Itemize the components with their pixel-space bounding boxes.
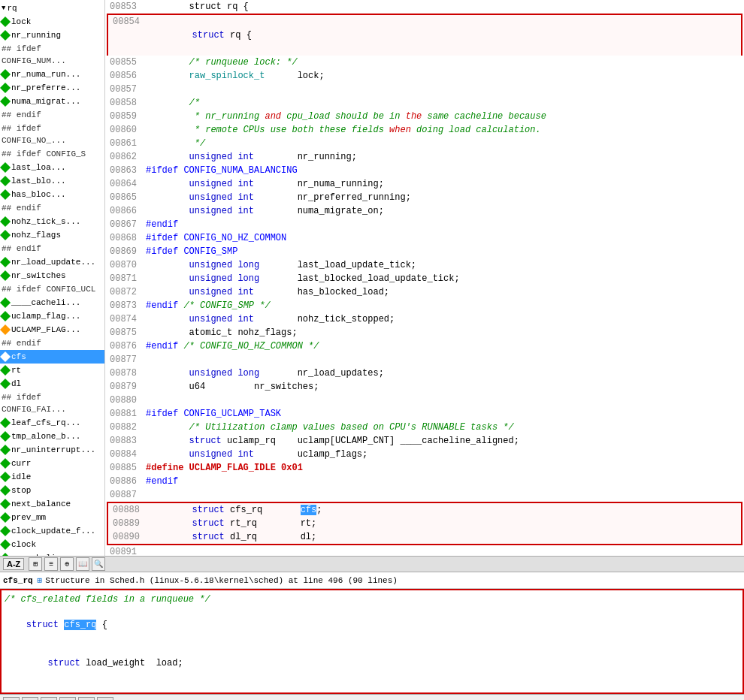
field-icon	[0, 418, 11, 428]
field-icon	[0, 83, 11, 93]
sidebar-item-rt[interactable]: rt	[0, 364, 104, 377]
sidebar[interactable]: ▼ rq lock nr_running ## ifdef CONFIG_NUM…	[0, 0, 105, 556]
toolbar-btn-refresh[interactable]: ↺	[41, 697, 57, 701]
sidebar-item-label: curr	[11, 457, 31, 469]
code-line-873: 00873 #endif /* CONFIG_SMP */	[105, 299, 744, 312]
sidebar-item-cacheli[interactable]: ____cacheli...	[0, 296, 104, 309]
field-icon	[0, 458, 11, 469]
sidebar-item-last-blo[interactable]: last_blo...	[0, 174, 104, 188]
code-line-857: 00857	[105, 83, 744, 96]
code-line-885: 00885 #define UCLAMP_FLAG_IDLE 0x01	[105, 461, 744, 475]
code-line-865: 00865 unsigned int nr_preferred_running;	[105, 191, 744, 204]
code-line-872: 00872 unsigned int has_blocked_load;	[105, 285, 744, 299]
toolbar-btn-settings[interactable]: ◫	[97, 697, 113, 701]
sidebar-item-clock[interactable]: clock	[0, 538, 104, 551]
sidebar-item-nohz-tick[interactable]: nohz_tick_s...	[0, 215, 104, 228]
field-icon	[0, 270, 11, 281]
sidebar-group-endif1: ## endif	[0, 108, 104, 122]
sidebar-item-curr[interactable]: curr	[0, 457, 104, 470]
sidebar-item-prev-mm[interactable]: prev_mm	[0, 511, 104, 524]
sidebar-item-cacheline[interactable]: __cacheline_	[0, 551, 104, 556]
toolbar-btn-list[interactable]: ≡	[22, 697, 38, 701]
icon-btn-5[interactable]: 🔍	[92, 557, 105, 571]
sidebar-item-label: uclamp_flag...	[11, 310, 80, 322]
icon-btn-4[interactable]: 📖	[76, 557, 89, 571]
field-icon	[0, 324, 11, 335]
code-line-859: 00859 * nr_running and cpu_load should b…	[105, 110, 744, 123]
sidebar-item-label: nr_uninterrupt...	[11, 444, 95, 456]
sidebar-item-label: nr_load_update...	[11, 256, 95, 268]
sidebar-group-ifdef-config-fai: ## ifdef CONFIG_FAI...	[0, 391, 104, 416]
code-line-863: 00863 #ifdef CONFIG_NUMA_BALANCING	[105, 164, 744, 177]
code-line-856: 00856 raw_spinlock_t lock;	[105, 69, 744, 83]
code-line-882: 00882 /* Utilization clamp values based …	[105, 421, 744, 434]
main-container: ▼ rq lock nr_running ## ifdef CONFIG_NUM…	[0, 0, 744, 556]
field-icon	[0, 30, 11, 41]
field-icon	[0, 216, 11, 227]
code-line-884: 00884 unsigned int uclamp_flags;	[105, 448, 744, 461]
icon-btn-1[interactable]: ⊞	[29, 557, 42, 571]
field-icon	[0, 485, 11, 496]
icon-btn-3[interactable]: ⊕	[60, 557, 74, 571]
code-line-879: 00879 u64 nr_switches;	[105, 380, 744, 394]
toolbar-btn-find[interactable]: ⊕	[78, 697, 95, 701]
sidebar-item-label: clock	[11, 539, 36, 551]
toolbar-btn-az[interactable]: Aφ	[59, 697, 76, 701]
field-icon	[0, 553, 11, 556]
sidebar-item-label: leaf_cfs_rq...	[11, 417, 80, 429]
code-line-876: 00876 #endif /* CONFIG_NO_HZ_COMMON */	[105, 339, 744, 353]
sidebar-item-nohz-flags[interactable]: nohz_flags	[0, 228, 104, 242]
preview-line-runnable: unsigned long runnable_weight;	[5, 683, 739, 694]
sidebar-item-nr-uninterrupt[interactable]: nr_uninterrupt...	[0, 443, 104, 457]
code-line-867: 00867 #endif	[105, 218, 744, 231]
code-line-886: 00886 #endif	[105, 475, 744, 488]
sidebar-group-ifdef-no-hz: ## ifdef CONFIG_NO_...	[0, 122, 104, 147]
preview-comment: /* cfs_related fields in a runqueue */	[5, 593, 739, 606]
sidebar-item-nr-numa-run[interactable]: nr_numa_run...	[0, 68, 104, 81]
icon-btn-2[interactable]: ≡	[44, 557, 58, 571]
field-icon	[0, 472, 11, 482]
sidebar-item-label: lock	[11, 16, 31, 28]
sidebar-item-rq[interactable]: ▼ rq	[0, 2, 104, 15]
sidebar-item-idle[interactable]: idle	[0, 470, 104, 484]
sidebar-item-label: clock_update_f...	[11, 525, 95, 537]
sidebar-item-nr-switches[interactable]: nr_switches	[0, 269, 104, 282]
sidebar-item-last-loa[interactable]: last_loa...	[0, 161, 104, 174]
sidebar-item-clock-update[interactable]: clock_update_f...	[0, 524, 104, 538]
sidebar-item-leaf-cfs-rq[interactable]: leaf_cfs_rq...	[0, 416, 104, 430]
status-bar: A-Z ⊞ ≡ ⊕ 📖 🔍	[0, 556, 744, 572]
code-area[interactable]: 00853 struct rq { 00854 struct rq { 0085…	[105, 0, 744, 556]
sidebar-item-label: nohz_flags	[11, 229, 61, 241]
sidebar-item-numa-migrat[interactable]: numa_migrat...	[0, 95, 104, 108]
sidebar-item-has-bloc[interactable]: has_bloc...	[0, 188, 104, 201]
az-button[interactable]: A-Z	[3, 558, 24, 570]
sidebar-item-nr-preferre[interactable]: nr_preferre...	[0, 81, 104, 95]
sidebar-item-label: numa_migrat...	[11, 95, 80, 107]
sidebar-item-nr_running[interactable]: nr_running	[0, 29, 104, 42]
sidebar-item-next-balance[interactable]: next_balance	[0, 497, 104, 511]
code-line-871: 00871 unsigned long last_blocked_load_up…	[105, 272, 744, 285]
toolbar-btn-search[interactable]: ⊞	[3, 697, 20, 701]
sidebar-item-dl[interactable]: dl	[0, 377, 104, 391]
sidebar-item-uclamp-flag[interactable]: uclamp_flag...	[0, 309, 104, 323]
sidebar-item-cfs[interactable]: cfs	[0, 350, 104, 364]
sidebar-item-label: has_bloc...	[11, 189, 66, 201]
code-line-858: 00858 /*	[105, 96, 744, 110]
field-icon	[0, 365, 11, 376]
code-line-868: 00868 #ifdef CONFIG_NO_HZ_COMMON	[105, 231, 744, 245]
code-line-864: 00864 unsigned int nr_numa_running;	[105, 177, 744, 191]
field-icon	[0, 379, 11, 389]
sidebar-item-tmp-alone[interactable]: tmp_alone_b...	[0, 430, 104, 443]
code-line-889: 00889 struct rt_rq rt;	[108, 517, 741, 530]
sidebar-item-stop[interactable]: stop	[0, 484, 104, 497]
sidebar-group-endif2: ## endif	[0, 201, 104, 215]
sidebar-item-uclamp-flag2[interactable]: UCLAMP_FLAG...	[0, 323, 104, 336]
code-line-855: 00855 /* runqueue lock: */	[105, 56, 744, 69]
field-icon	[0, 162, 11, 173]
sidebar-item-nr-load-update[interactable]: nr_load_update...	[0, 255, 104, 269]
sidebar-item-label: rt	[11, 364, 21, 376]
preview-struct-line: struct cfs_rq {	[5, 606, 739, 644]
field-icon	[0, 96, 11, 107]
sidebar-item-lock[interactable]: lock	[0, 15, 104, 29]
bottom-preview-panel[interactable]: /* cfs_related fields in a runqueue */ s…	[0, 589, 744, 694]
